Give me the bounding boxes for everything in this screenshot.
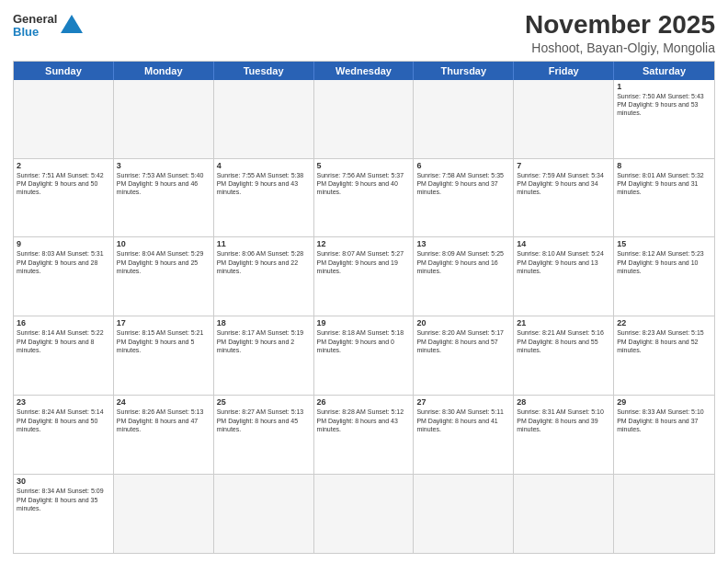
calendar-cell bbox=[514, 80, 614, 158]
calendar-cell bbox=[214, 80, 314, 158]
day-number: 12 bbox=[317, 239, 411, 248]
day-number: 28 bbox=[517, 397, 610, 407]
cell-info: Sunrise: 8:10 AM Sunset: 5:24 PM Dayligh… bbox=[517, 249, 610, 275]
header-day-saturday: Saturday bbox=[614, 62, 714, 80]
header: GeneralBlue November 2025 Hoshoot, Bayan… bbox=[13, 9, 715, 55]
day-number: 3 bbox=[117, 161, 210, 170]
cell-info: Sunrise: 8:33 AM Sunset: 5:10 PM Dayligh… bbox=[617, 408, 711, 433]
calendar-cell bbox=[314, 80, 415, 158]
calendar-cell bbox=[114, 80, 214, 158]
cell-info: Sunrise: 8:07 AM Sunset: 5:27 PM Dayligh… bbox=[317, 249, 411, 275]
cell-info: Sunrise: 7:58 AM Sunset: 5:35 PM Dayligh… bbox=[416, 171, 510, 197]
header-day-wednesday: Wednesday bbox=[314, 62, 415, 80]
calendar-cell: 25Sunrise: 8:27 AM Sunset: 5:13 PM Dayli… bbox=[214, 396, 314, 474]
calendar-row-0: 1Sunrise: 7:50 AM Sunset: 5:43 PM Daylig… bbox=[14, 80, 714, 159]
cell-info: Sunrise: 7:56 AM Sunset: 5:37 PM Dayligh… bbox=[317, 171, 411, 197]
header-day-friday: Friday bbox=[514, 62, 614, 80]
day-number: 29 bbox=[617, 397, 711, 407]
day-number: 24 bbox=[117, 397, 210, 407]
calendar-row-5: 30Sunrise: 8:34 AM Sunset: 5:09 PM Dayli… bbox=[14, 475, 714, 553]
cell-info: Sunrise: 8:24 AM Sunset: 5:14 PM Dayligh… bbox=[17, 408, 110, 433]
logo: GeneralBlue bbox=[13, 9, 85, 40]
day-number: 17 bbox=[117, 318, 210, 327]
calendar-row-3: 16Sunrise: 8:14 AM Sunset: 5:22 PM Dayli… bbox=[14, 316, 714, 396]
calendar-cell: 28Sunrise: 8:31 AM Sunset: 5:10 PM Dayli… bbox=[514, 396, 614, 474]
day-number: 22 bbox=[617, 318, 711, 327]
calendar-cell: 6Sunrise: 7:58 AM Sunset: 5:35 PM Daylig… bbox=[414, 159, 514, 237]
calendar-cell: 27Sunrise: 8:30 AM Sunset: 5:11 PM Dayli… bbox=[414, 396, 514, 474]
calendar-cell: 15Sunrise: 8:12 AM Sunset: 5:23 PM Dayli… bbox=[614, 237, 714, 316]
cell-info: Sunrise: 8:28 AM Sunset: 5:12 PM Dayligh… bbox=[317, 408, 411, 433]
cell-info: Sunrise: 8:31 AM Sunset: 5:10 PM Dayligh… bbox=[517, 408, 610, 433]
day-number: 7 bbox=[517, 161, 610, 170]
calendar-cell: 10Sunrise: 8:04 AM Sunset: 5:29 PM Dayli… bbox=[114, 237, 214, 316]
calendar-cell bbox=[214, 475, 314, 553]
calendar-cell: 22Sunrise: 8:23 AM Sunset: 5:15 PM Dayli… bbox=[614, 316, 714, 395]
calendar-cell bbox=[114, 475, 214, 553]
calendar-cell: 8Sunrise: 8:01 AM Sunset: 5:32 PM Daylig… bbox=[614, 159, 714, 237]
calendar-cell bbox=[514, 475, 614, 553]
calendar-cell: 13Sunrise: 8:09 AM Sunset: 5:25 PM Dayli… bbox=[414, 237, 514, 316]
calendar-cell bbox=[14, 80, 114, 158]
cell-info: Sunrise: 8:12 AM Sunset: 5:23 PM Dayligh… bbox=[617, 249, 711, 275]
calendar-cell: 2Sunrise: 7:51 AM Sunset: 5:42 PM Daylig… bbox=[14, 159, 114, 237]
day-number: 23 bbox=[17, 397, 110, 407]
header-day-tuesday: Tuesday bbox=[214, 62, 314, 80]
header-day-monday: Monday bbox=[114, 62, 214, 80]
cell-info: Sunrise: 8:04 AM Sunset: 5:29 PM Dayligh… bbox=[117, 249, 210, 275]
calendar-cell bbox=[614, 475, 714, 553]
calendar-cell: 29Sunrise: 8:33 AM Sunset: 5:10 PM Dayli… bbox=[614, 396, 714, 474]
day-number: 30 bbox=[17, 477, 110, 486]
calendar-cell: 11Sunrise: 8:06 AM Sunset: 5:28 PM Dayli… bbox=[214, 237, 314, 316]
cell-info: Sunrise: 8:26 AM Sunset: 5:13 PM Dayligh… bbox=[117, 408, 210, 433]
header-day-thursday: Thursday bbox=[414, 62, 514, 80]
day-number: 26 bbox=[317, 397, 411, 407]
cell-info: Sunrise: 7:53 AM Sunset: 5:40 PM Dayligh… bbox=[117, 171, 210, 197]
cell-info: Sunrise: 8:14 AM Sunset: 5:22 PM Dayligh… bbox=[17, 328, 110, 354]
cell-info: Sunrise: 7:50 AM Sunset: 5:43 PM Dayligh… bbox=[617, 92, 711, 118]
page: GeneralBlue November 2025 Hoshoot, Bayan… bbox=[0, 0, 728, 563]
cell-info: Sunrise: 8:17 AM Sunset: 5:19 PM Dayligh… bbox=[217, 328, 311, 354]
cell-info: Sunrise: 7:59 AM Sunset: 5:34 PM Dayligh… bbox=[517, 171, 610, 197]
calendar-cell: 7Sunrise: 7:59 AM Sunset: 5:34 PM Daylig… bbox=[514, 159, 614, 237]
calendar-cell: 18Sunrise: 8:17 AM Sunset: 5:19 PM Dayli… bbox=[214, 316, 314, 395]
header-day-sunday: Sunday bbox=[14, 62, 114, 80]
cell-info: Sunrise: 8:20 AM Sunset: 5:17 PM Dayligh… bbox=[416, 328, 510, 354]
main-title: November 2025 bbox=[525, 9, 715, 40]
day-number: 9 bbox=[17, 239, 110, 248]
cell-info: Sunrise: 7:55 AM Sunset: 5:38 PM Dayligh… bbox=[217, 171, 311, 197]
calendar-cell: 3Sunrise: 7:53 AM Sunset: 5:40 PM Daylig… bbox=[114, 159, 214, 237]
day-number: 5 bbox=[317, 161, 411, 170]
day-number: 2 bbox=[17, 161, 110, 170]
svg-marker-0 bbox=[61, 15, 83, 33]
calendar-cell bbox=[414, 80, 514, 158]
calendar-cell bbox=[414, 475, 514, 553]
cell-info: Sunrise: 8:09 AM Sunset: 5:25 PM Dayligh… bbox=[416, 249, 510, 275]
sub-title: Hoshoot, Bayan-Olgiy, Mongolia bbox=[525, 40, 715, 55]
day-number: 15 bbox=[617, 239, 711, 248]
calendar-body: 1Sunrise: 7:50 AM Sunset: 5:43 PM Daylig… bbox=[14, 80, 714, 553]
calendar-cell: 21Sunrise: 8:21 AM Sunset: 5:16 PM Dayli… bbox=[514, 316, 614, 395]
calendar-header: SundayMondayTuesdayWednesdayThursdayFrid… bbox=[14, 62, 714, 80]
calendar-cell: 17Sunrise: 8:15 AM Sunset: 5:21 PM Dayli… bbox=[114, 316, 214, 395]
day-number: 18 bbox=[217, 318, 311, 327]
day-number: 1 bbox=[617, 82, 711, 91]
cell-info: Sunrise: 8:21 AM Sunset: 5:16 PM Dayligh… bbox=[517, 328, 610, 354]
logo-icon bbox=[59, 13, 85, 39]
day-number: 20 bbox=[416, 318, 510, 327]
day-number: 13 bbox=[416, 239, 510, 248]
day-number: 10 bbox=[117, 239, 210, 248]
day-number: 19 bbox=[317, 318, 411, 327]
calendar-cell: 23Sunrise: 8:24 AM Sunset: 5:14 PM Dayli… bbox=[14, 396, 114, 474]
logo-text: GeneralBlue bbox=[13, 13, 57, 40]
calendar-cell: 12Sunrise: 8:07 AM Sunset: 5:27 PM Dayli… bbox=[314, 237, 415, 316]
calendar-cell: 9Sunrise: 8:03 AM Sunset: 5:31 PM Daylig… bbox=[14, 237, 114, 316]
calendar-cell bbox=[314, 475, 415, 553]
calendar-row-2: 9Sunrise: 8:03 AM Sunset: 5:31 PM Daylig… bbox=[14, 237, 714, 316]
day-number: 16 bbox=[17, 318, 110, 327]
cell-info: Sunrise: 8:34 AM Sunset: 5:09 PM Dayligh… bbox=[17, 487, 110, 512]
calendar-cell: 14Sunrise: 8:10 AM Sunset: 5:24 PM Dayli… bbox=[514, 237, 614, 316]
calendar-cell: 4Sunrise: 7:55 AM Sunset: 5:38 PM Daylig… bbox=[214, 159, 314, 237]
calendar-cell: 19Sunrise: 8:18 AM Sunset: 5:18 PM Dayli… bbox=[314, 316, 415, 395]
calendar-cell: 5Sunrise: 7:56 AM Sunset: 5:37 PM Daylig… bbox=[314, 159, 415, 237]
